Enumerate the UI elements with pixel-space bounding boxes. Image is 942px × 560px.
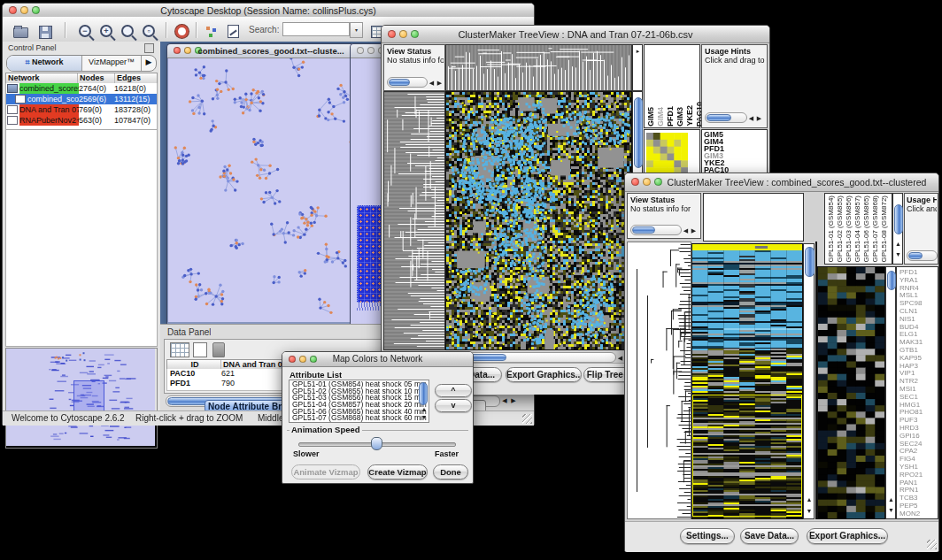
heatmap-vscrollbar[interactable]: ▲ ▼ [803, 243, 815, 519]
gene-label[interactable]: PFD1 [900, 269, 938, 277]
resize-grip[interactable] [522, 414, 532, 424]
attribute-item[interactable]: GPL51-03 (GSM856) heat shock 15 min [292, 395, 429, 402]
zoom-selected-icon[interactable] [118, 21, 139, 41]
scroll-left-icon[interactable]: ◀ [747, 114, 755, 122]
create-vizmap-button[interactable]: Create Vizmap [367, 464, 428, 479]
gene-label[interactable]: PUF3 [900, 417, 938, 425]
minimize-icon[interactable] [367, 47, 374, 54]
save-session-icon[interactable] [35, 21, 56, 41]
tab-overflow-arrow[interactable]: ▶ [142, 56, 156, 71]
gene-label[interactable]: TCB3 [900, 495, 938, 502]
scroll-left-icon[interactable]: ◀ [682, 226, 690, 234]
birdseye-overview[interactable] [5, 348, 158, 449]
col-label[interactable]: GPL51-03 (GSM856) [845, 196, 853, 263]
attribute-item[interactable]: GPL51-04 (GSM857) heat shock 20 min [292, 402, 429, 409]
zoom-heatmap[interactable] [646, 133, 688, 174]
move-down-button[interactable]: v [435, 399, 472, 412]
vizmap-node-icon[interactable] [201, 21, 222, 41]
dialog-titlebar[interactable]: Map Colors to Network [282, 352, 473, 367]
col-label[interactable]: GPL51-04 (GSM857) [853, 196, 861, 263]
scroll-up-icon[interactable]: ▲ [420, 405, 429, 413]
col-label[interactable]: GPL51-07 (GSM868) [871, 196, 879, 263]
scroll-left-icon[interactable]: ◀ [500, 396, 509, 404]
gene-label[interactable]: SEC24 [900, 441, 938, 449]
scroll-right-icon[interactable]: ▶ [755, 114, 763, 122]
usage-hscrollbar[interactable] [705, 112, 747, 123]
row-dendrogram[interactable] [383, 91, 445, 350]
col-label[interactable]: GPL51-02 (GSM855) [836, 196, 844, 263]
table-mode-icon[interactable] [170, 342, 189, 357]
annotation-icon[interactable] [222, 21, 243, 41]
col-labels-vscrollbar[interactable]: ▲ ▼ [892, 193, 903, 265]
search-input[interactable] [282, 22, 350, 36]
scroll-down-icon[interactable]: ▼ [894, 250, 902, 258]
attribute-item[interactable]: GPL51-01 (GSM854) heat shock 05 min [292, 381, 429, 388]
attribute-item[interactable]: GPL51-06 (GSM865) heat shock 40 min [292, 409, 429, 416]
zoom-in-icon[interactable]: + [97, 21, 118, 41]
zoom-heatmap[interactable] [817, 266, 885, 519]
col-label[interactable]: GPL51-08 (GSM872) [880, 196, 888, 263]
treeview-button[interactable]: Export Graphics... [807, 528, 888, 544]
gene-label[interactable]: CLN1 [900, 308, 938, 316]
network-row[interactable]: combined_sco 2569(6) 13112(15) [6, 94, 157, 104]
scroll-right-icon[interactable]: ▶ [436, 79, 444, 87]
treeview2-titlebar[interactable]: ClusterMaker TreeView : combined_scores_… [625, 173, 938, 192]
network-row[interactable]: RNAPuberNov2+ 563(0) 107847(0) [6, 115, 157, 126]
gene-label[interactable]: PAN1 [900, 479, 938, 487]
global-heatmap[interactable] [691, 243, 803, 519]
scroll-left-icon[interactable]: ◀ [428, 79, 436, 87]
resize-grip[interactable] [927, 540, 937, 549]
gene-label[interactable]: GPI16 [900, 433, 938, 441]
tab-vizmapper[interactable]: VizMapper™ [82, 56, 142, 71]
col-label[interactable]: PFD1 [667, 106, 675, 127]
gene-label[interactable]: SPC98 [900, 300, 938, 308]
col-label[interactable]: GPL51-01 (GSM854) [827, 196, 835, 263]
gene-label[interactable]: MSI1 [900, 386, 938, 394]
scroll-down-icon[interactable]: ▼ [887, 506, 895, 514]
gene-label[interactable]: PHO81 [900, 409, 938, 417]
help-ring-icon[interactable] [171, 21, 192, 41]
gene-label[interactable]: MSL1 [900, 292, 938, 300]
scroll-down-icon[interactable]: ▼ [420, 413, 429, 421]
gene-label[interactable]: ELG1 [900, 331, 938, 339]
gene-label[interactable]: KAP95 [900, 355, 938, 363]
gene-label[interactable]: YRA1 [900, 277, 938, 285]
scroll-right-icon[interactable]: ▶ [509, 396, 518, 404]
row-dendrogram[interactable] [627, 242, 691, 519]
gene-label[interactable]: RNR4 [900, 285, 938, 293]
col-label[interactable]: GPL51-06 (GSM865) [862, 196, 870, 263]
gene-label[interactable]: PFD1 [704, 145, 767, 152]
close-icon[interactable] [357, 47, 364, 54]
treeview-button[interactable]: Export Graphics... [506, 367, 582, 382]
speed-slider-thumb[interactable] [371, 437, 382, 450]
scroll-down-icon[interactable]: ▼ [805, 507, 814, 515]
col-label[interactable]: GIM3 [676, 107, 684, 127]
gene-label[interactable]: SEC1 [900, 394, 938, 402]
gene-label[interactable]: RPN1 [900, 487, 938, 495]
col-label[interactable]: YKE2 [686, 105, 694, 127]
animate-vizmap-button[interactable]: Animate Vizmap [291, 464, 360, 479]
main-titlebar[interactable]: Cytoscape Desktop (Session Name: collins… [3, 4, 534, 18]
treeview-button[interactable]: Settings... [680, 528, 735, 544]
scroll-left-icon[interactable]: ◀ [616, 354, 624, 362]
gene-label[interactable]: HMG1 [900, 402, 938, 410]
gene-label[interactable]: VIP1 [900, 370, 938, 378]
zoom-out-icon[interactable]: − [75, 21, 97, 41]
gene-label[interactable]: YSH1 [900, 464, 938, 472]
gene-label[interactable]: RPO21 [900, 472, 938, 479]
open-session-icon[interactable] [10, 21, 31, 41]
col-label[interactable]: GIM5 [647, 107, 655, 127]
status-hscrollbar[interactable] [387, 77, 428, 88]
col-label[interactable]: GIM4 [657, 107, 665, 127]
attribute-item[interactable]: GPL51-02 (GSM855) heat shock 10 min [292, 388, 429, 395]
gene-label[interactable]: GIM5 [704, 131, 767, 138]
move-up-button[interactable]: ^ [435, 384, 472, 397]
gene-label[interactable]: MON2 [900, 510, 938, 518]
gene-label[interactable]: NIS1 [900, 316, 938, 324]
gene-label[interactable]: GIM4 [704, 138, 767, 145]
zoom-fit-icon[interactable]: ▫ [139, 21, 160, 41]
gene-label[interactable]: YKE2 [704, 159, 767, 166]
attribute-listbox[interactable]: GPL51-01 (GSM854) heat shock 05 minGPL51… [289, 380, 429, 423]
gene-label[interactable]: HAP3 [900, 363, 938, 371]
gene-label[interactable]: GIM3 [704, 152, 767, 159]
